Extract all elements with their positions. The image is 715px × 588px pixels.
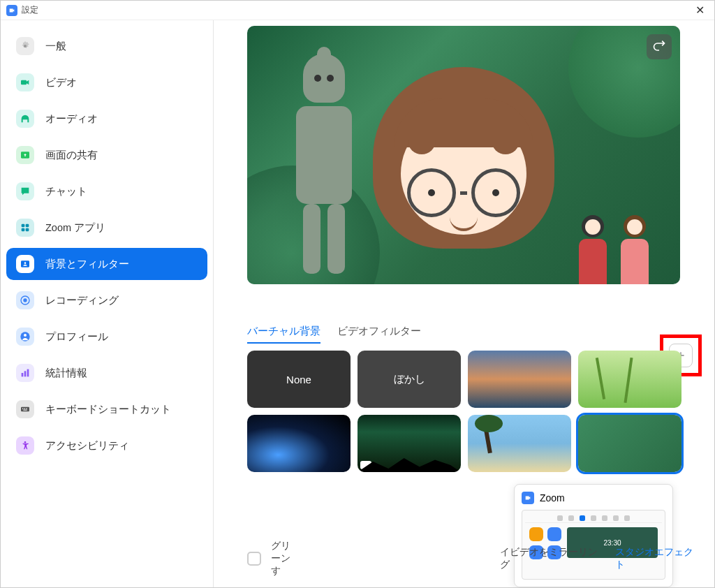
chat-icon	[16, 182, 34, 200]
svg-rect-15	[27, 369, 29, 377]
bg-option-blur[interactable]: ぼかし	[358, 351, 461, 408]
svg-rect-19	[26, 409, 27, 409]
svg-rect-6	[26, 228, 29, 232]
svg-rect-14	[24, 371, 27, 376]
svg-rect-13	[22, 373, 24, 376]
svg-point-8	[24, 262, 27, 264]
sidebar-item-background[interactable]: 背景とフィルター	[6, 248, 207, 280]
bottom-options: グリーンす イビデオをミラーリング スタジオエフェクト	[247, 540, 702, 578]
profile-icon	[16, 328, 34, 346]
gear-icon	[16, 37, 34, 55]
sidebar-item-chat[interactable]: チャット	[6, 175, 207, 207]
close-icon[interactable]: ✕	[691, 2, 709, 18]
bg-option-earth[interactable]	[247, 415, 351, 472]
sidebar-item-general[interactable]: 一般	[6, 30, 207, 62]
background-characters	[575, 215, 652, 284]
svg-rect-1	[21, 80, 27, 85]
mirror-label: イビデオをミラーリング	[500, 546, 605, 571]
rotate-camera-button[interactable]	[647, 34, 672, 59]
svg-rect-18	[24, 409, 25, 409]
zoom-small-icon	[522, 492, 534, 504]
video-icon	[16, 73, 34, 91]
bg-option-bridge[interactable]	[468, 351, 571, 408]
video-badge-icon	[360, 461, 371, 469]
window-title: 設定	[22, 4, 38, 16]
sidebar-label: 一般	[45, 40, 66, 53]
bg-option-beach[interactable]	[468, 415, 571, 472]
avatar-face	[366, 67, 561, 277]
sidebar-label: ビデオ	[45, 76, 77, 89]
sidebar-label: チャット	[45, 185, 87, 198]
sidebar-item-keyboard[interactable]: キーボードショートカット	[6, 393, 207, 425]
share-screen-icon	[16, 146, 34, 164]
svg-rect-5	[22, 228, 25, 232]
main-panel: バーチャル背景 ビデオフィルター None ぼかし Zoom	[214, 20, 714, 587]
svg-rect-4	[26, 224, 29, 228]
background-robot	[289, 54, 359, 277]
tab-virtual-background[interactable]: バーチャル背景	[247, 325, 320, 344]
sidebar-label: オーディオ	[45, 112, 98, 126]
sidebar-label: アクセシビリティ	[45, 439, 129, 453]
svg-rect-3	[22, 224, 25, 228]
sidebar-label: 画面の共有	[45, 149, 98, 162]
sidebar-label: プロフィール	[45, 330, 108, 344]
sidebar: 一般 ビデオ オーディオ 画面の共有 チャット Zoom アプリ 背景とフィルタ…	[1, 20, 214, 587]
bg-option-none[interactable]: None	[247, 351, 351, 408]
svg-rect-20	[23, 410, 27, 411]
bg-option-grass[interactable]	[578, 351, 681, 408]
sidebar-item-audio[interactable]: オーディオ	[6, 103, 207, 135]
svg-point-12	[24, 334, 27, 337]
sidebar-item-apps[interactable]: Zoom アプリ	[6, 212, 207, 244]
sidebar-item-accessibility[interactable]: アクセシビリティ	[6, 429, 207, 462]
background-grid: None ぼかし	[247, 351, 702, 472]
sidebar-item-recording[interactable]: レコーディング	[6, 284, 207, 316]
bg-option-custom[interactable]	[578, 415, 681, 472]
tab-video-filter[interactable]: ビデオフィルター	[337, 325, 421, 344]
svg-rect-17	[22, 409, 23, 409]
sidebar-label: 背景とフィルター	[45, 258, 129, 271]
sidebar-label: レコーディング	[45, 294, 119, 307]
video-preview	[247, 26, 680, 284]
sidebar-item-video[interactable]: ビデオ	[6, 66, 207, 98]
zoom-app-icon	[6, 5, 17, 16]
record-icon	[16, 291, 34, 309]
apps-icon	[16, 219, 34, 237]
background-icon	[16, 255, 34, 273]
sidebar-item-share[interactable]: 画面の共有	[6, 139, 207, 171]
greenscreen-checkbox[interactable]	[247, 552, 261, 566]
background-tabs: バーチャル背景 ビデオフィルター	[247, 325, 702, 344]
titlebar: 設定 ✕	[1, 1, 714, 20]
sidebar-item-stats[interactable]: 統計情報	[6, 357, 207, 389]
accessibility-icon	[16, 436, 34, 455]
bg-option-aurora[interactable]	[358, 415, 461, 472]
svg-point-21	[24, 441, 27, 443]
keyboard-icon	[16, 400, 34, 418]
svg-point-10	[23, 298, 27, 302]
popup-title: Zoom	[540, 492, 565, 504]
studio-effects-link[interactable]: スタジオエフェクト	[615, 546, 702, 571]
stats-icon	[16, 364, 34, 382]
sidebar-label: 統計情報	[45, 367, 87, 380]
greenscreen-label: グリーンす	[271, 540, 298, 578]
sidebar-item-profile[interactable]: プロフィール	[6, 321, 207, 353]
sidebar-label: Zoom アプリ	[45, 221, 105, 235]
sidebar-label: キーボードショートカット	[45, 403, 171, 416]
headphones-icon	[16, 110, 34, 128]
